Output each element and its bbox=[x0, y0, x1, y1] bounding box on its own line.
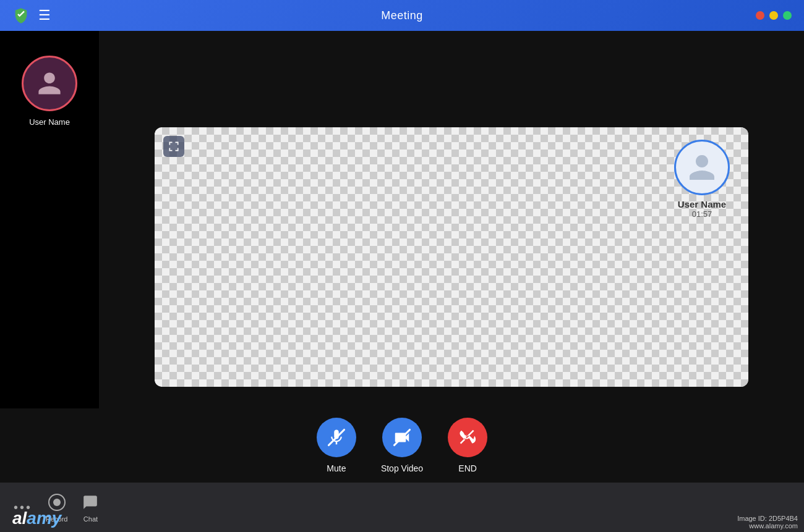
alamy-logo: alamy bbox=[12, 509, 61, 528]
avatar-container bbox=[22, 56, 77, 111]
minimize-window-btn[interactable] bbox=[769, 11, 778, 20]
participant-info: User Name 01:57 bbox=[674, 140, 730, 219]
chat-icon-wrap bbox=[80, 492, 101, 513]
title-bar-right bbox=[756, 11, 792, 20]
participant-time: 01:57 bbox=[692, 209, 712, 219]
chat-icon bbox=[82, 494, 98, 510]
controls-area: Mute Stop Video END bbox=[0, 408, 804, 483]
stop-video-button[interactable] bbox=[382, 418, 422, 457]
chat-item[interactable]: Chat bbox=[80, 492, 101, 523]
end-label: END bbox=[458, 463, 477, 473]
mute-button[interactable] bbox=[317, 418, 356, 457]
video-off-icon bbox=[393, 428, 411, 447]
expand-icon bbox=[168, 140, 180, 153]
chat-label: Chat bbox=[83, 515, 98, 523]
end-button[interactable] bbox=[448, 418, 487, 457]
participant-avatar-icon bbox=[686, 152, 717, 183]
sidebar-user-name: User Name bbox=[29, 117, 70, 127]
bottom-toolbar: ••• Record Chat bbox=[0, 483, 804, 532]
maximize-window-btn[interactable] bbox=[783, 11, 792, 20]
title-bar-left: ☰ bbox=[12, 7, 51, 24]
participant-name: User Name bbox=[678, 199, 726, 209]
expand-button[interactable] bbox=[163, 136, 184, 157]
phone-off-icon bbox=[458, 428, 477, 447]
hamburger-icon[interactable]: ☰ bbox=[38, 7, 51, 23]
mute-label: Mute bbox=[327, 463, 346, 473]
title-bar-title: Meeting bbox=[381, 9, 423, 22]
shield-icon bbox=[12, 7, 30, 24]
record-dot-icon bbox=[53, 499, 61, 506]
avatar bbox=[22, 56, 77, 111]
mic-icon bbox=[327, 428, 346, 447]
mute-control[interactable]: Mute bbox=[317, 418, 356, 473]
video-container: User Name 01:57 bbox=[155, 127, 748, 387]
title-bar: ☰ Meeting bbox=[0, 0, 804, 31]
stop-video-label: Stop Video bbox=[381, 463, 423, 473]
video-placeholder bbox=[155, 127, 748, 387]
stop-video-control[interactable]: Stop Video bbox=[381, 418, 423, 473]
end-control[interactable]: END bbox=[448, 418, 487, 473]
close-window-btn[interactable] bbox=[756, 11, 764, 20]
participant-avatar bbox=[674, 140, 730, 195]
